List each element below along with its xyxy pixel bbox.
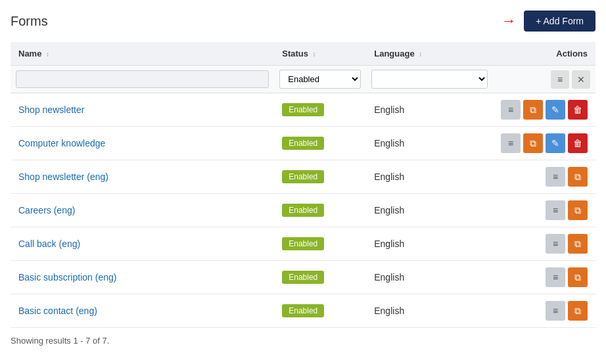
edit-button[interactable]: ✎ [546,133,565,153]
form-name-link[interactable]: Basic contact (eng) [18,306,97,316]
results-footer: Showing results 1 - 7 of 7. [11,328,595,346]
status-badge: Enabled [282,137,324,150]
form-name-link[interactable]: Careers (eng) [18,205,75,216]
action-buttons-group: ≡⧉ [501,167,588,187]
forms-table: Name ↕ Status ↕ Language ↕ Actions [11,42,595,328]
form-name-link[interactable]: Computer knowledge [18,138,105,148]
row-status-cell: Enabled [274,294,366,328]
row-status-cell: Enabled [274,194,366,227]
filter-name-cell [11,66,274,93]
row-language-cell: English [366,93,493,127]
row-language-cell: English [366,227,493,261]
filter-action-buttons: ≡ ✕ [498,70,590,89]
status-badge: Enabled [282,304,324,317]
filter-name-input[interactable] [16,70,269,88]
filter-status-select[interactable]: Enabled Disabled [279,70,361,89]
language-sort-icon[interactable]: ↕ [419,51,422,58]
table-row: Call back (eng)EnabledEnglish≡⧉ [11,227,595,261]
row-language-cell: English [366,160,493,194]
copy-button[interactable]: ⧉ [568,200,588,220]
list-button[interactable]: ≡ [501,133,521,153]
col-status: Status ↕ [274,42,366,66]
table-row: Careers (eng)EnabledEnglish≡⧉ [11,194,595,227]
row-actions-cell: ≡⧉✎🗑 [493,127,595,160]
table-row: Basic subscription (eng)EnabledEnglish≡⧉ [11,261,595,294]
row-name-cell: Computer knowledge [11,127,274,160]
page-header: Forms → + Add Form [11,11,595,32]
copy-button[interactable]: ⧉ [523,100,543,120]
header-actions: → + Add Form [501,11,595,32]
filter-language-select[interactable]: English [371,70,488,89]
page-container: Forms → + Add Form Name ↕ Status ↕ Langu… [0,0,606,356]
list-button[interactable]: ≡ [546,267,565,287]
copy-button[interactable]: ⧉ [523,133,543,153]
row-name-cell: Basic subscription (eng) [11,261,274,294]
table-row: Shop newsletterEnabledEnglish≡⧉✎🗑 [11,93,595,127]
table-row: Computer knowledgeEnabledEnglish≡⧉✎🗑 [11,127,595,160]
page-title: Forms [11,14,48,29]
status-badge: Enabled [282,271,324,284]
filter-language-cell: English [366,66,493,93]
form-name-link[interactable]: Basic subscription (eng) [18,272,116,283]
row-language-cell: English [366,127,493,160]
col-name: Name ↕ [11,42,274,66]
row-status-cell: Enabled [274,227,366,261]
action-buttons-group: ≡⧉ [501,267,588,287]
action-buttons-group: ≡⧉ [501,234,588,254]
copy-button[interactable]: ⧉ [568,301,588,321]
row-actions-cell: ≡⧉ [493,294,595,328]
table-row: Basic contact (eng)EnabledEnglish≡⧉ [11,294,595,328]
row-language-cell: English [366,261,493,294]
list-button[interactable]: ≡ [501,100,521,120]
results-text: Showing results 1 - 7 of 7. [11,336,109,346]
row-actions-cell: ≡⧉ [493,160,595,194]
row-name-cell: Basic contact (eng) [11,294,274,328]
list-button[interactable]: ≡ [546,200,565,220]
status-badge: Enabled [282,204,324,217]
action-buttons-group: ≡⧉ [501,200,588,220]
list-button[interactable]: ≡ [546,234,565,254]
form-name-link[interactable]: Call back (eng) [18,239,80,249]
filter-status-cell: Enabled Disabled [274,66,366,93]
col-actions: Actions [493,42,595,66]
col-language: Language ↕ [366,42,493,66]
row-language-cell: English [366,294,493,328]
status-badge: Enabled [282,103,324,116]
table-header-row: Name ↕ Status ↕ Language ↕ Actions [11,42,595,66]
add-form-button[interactable]: + Add Form [524,11,595,32]
row-name-cell: Shop newsletter [11,93,274,127]
row-status-cell: Enabled [274,261,366,294]
delete-button[interactable]: 🗑 [568,133,588,153]
row-actions-cell: ≡⧉ [493,194,595,227]
arrow-icon: → [501,12,516,30]
name-sort-icon[interactable]: ↕ [46,51,49,58]
table-row: Shop newsletter (eng)EnabledEnglish≡⧉ [11,160,595,194]
delete-button[interactable]: 🗑 [568,100,588,120]
row-actions-cell: ≡⧉ [493,261,595,294]
action-buttons-group: ≡⧉✎🗑 [501,133,588,153]
copy-button[interactable]: ⧉ [568,167,588,187]
status-sort-icon[interactable]: ↕ [313,51,316,58]
status-badge: Enabled [282,237,324,250]
row-name-cell: Call back (eng) [11,227,274,261]
list-button[interactable]: ≡ [546,301,565,321]
row-status-cell: Enabled [274,160,366,194]
filter-row: Enabled Disabled English ≡ ✕ [11,66,595,93]
row-status-cell: Enabled [274,93,366,127]
edit-button[interactable]: ✎ [546,100,565,120]
row-status-cell: Enabled [274,127,366,160]
form-name-link[interactable]: Shop newsletter [18,104,84,115]
action-buttons-group: ≡⧉✎🗑 [501,100,588,120]
list-button[interactable]: ≡ [546,167,565,187]
filter-clear-button[interactable]: ✕ [572,70,590,89]
table-body: Shop newsletterEnabledEnglish≡⧉✎🗑Compute… [11,93,595,328]
form-name-link[interactable]: Shop newsletter (eng) [18,171,108,182]
copy-button[interactable]: ⧉ [568,234,588,254]
row-actions-cell: ≡⧉✎🗑 [493,93,595,127]
action-buttons-group: ≡⧉ [501,301,588,321]
row-actions-cell: ≡⧉ [493,227,595,261]
row-language-cell: English [366,194,493,227]
copy-button[interactable]: ⧉ [568,267,588,287]
filter-icon-button[interactable]: ≡ [551,70,569,89]
status-badge: Enabled [282,170,324,183]
